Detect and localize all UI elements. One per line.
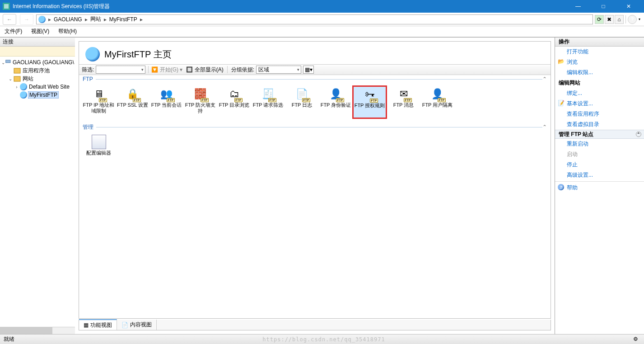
folder-icon — [14, 67, 21, 74]
site-icon — [85, 47, 100, 61]
config-editor-icon — [92, 135, 106, 149]
tree-server-node[interactable]: ⌄ GAOLIANG (GAOLIANG\ — [0, 58, 75, 66]
tree-defaultsite-label: Default Web Site — [28, 84, 70, 90]
stop-icon[interactable]: ✖ — [605, 15, 614, 24]
group-ftp-label: FTP — [83, 76, 93, 82]
ftp-item-icon: 🗝FTP — [363, 87, 377, 102]
ftp-item-1[interactable]: 🔒FTPFTP SSL 设置 — [116, 86, 149, 118]
filter-start[interactable]: 🔽 开始(G) ▾ — [151, 66, 182, 74]
config-editor-item[interactable]: 配置编辑器 — [82, 134, 116, 166]
tree-defaultsite-node[interactable]: › Default Web Site — [0, 83, 75, 91]
action-stop[interactable]: 停止 — [555, 160, 644, 170]
filter-label: 筛选: — [82, 66, 94, 74]
settings-icon: 📝 — [558, 100, 564, 106]
browse-icon: 📂 — [558, 58, 564, 65]
nav-forward-button[interactable]: → — [20, 14, 33, 25]
filter-input[interactable]: ▾ — [96, 66, 145, 74]
view-mode-button[interactable]: ▦▾ — [303, 66, 314, 74]
action-restart[interactable]: 重新启动 — [555, 139, 644, 149]
ftp-item-icon: 🧱FTP — [193, 87, 208, 101]
action-browse[interactable]: 📂浏览 — [555, 57, 644, 67]
tree-apppool-node[interactable]: 应用程序池 — [0, 66, 75, 75]
tab-content-view[interactable]: 📄 内容视图 — [117, 320, 157, 330]
tab-features-view[interactable]: ▦ 功能视图 — [79, 319, 117, 330]
main-frame: MyFirstFTP 主页 筛选: ▾ 🔽 开始(G) ▾ 🔲 全部显示(A) … — [79, 41, 551, 319]
breadcrumb-root[interactable]: GAOLIANG — [54, 16, 82, 23]
expander-icon[interactable]: › — [14, 85, 20, 90]
page-title-area: MyFirstFTP 主页 — [79, 42, 551, 64]
ftp-item-0[interactable]: 🖥FTPFTP IP 地址和域限制 — [82, 86, 116, 118]
collapse-icon[interactable]: ⌃ — [542, 124, 549, 130]
help-icon: ? — [558, 184, 564, 190]
help-icon[interactable]: ? — [628, 15, 637, 24]
help-dropdown-icon[interactable]: ▾ — [638, 17, 641, 21]
status-config-icon[interactable]: ⚙ — [633, 336, 640, 343]
action-bindings[interactable]: 绑定... — [555, 88, 644, 99]
breadcrumb[interactable]: ▸ GAOLIANG ▸ 网站 ▸ MyFirstFTP ▸ — [36, 14, 593, 24]
ftp-item-8[interactable]: 🗝FTPFTP 授权规则 — [353, 86, 387, 118]
ftp-icon-grid: 🖥FTPFTP IP 地址和域限制🔒FTPFTP SSL 设置👥FTPFTP 当… — [79, 83, 551, 123]
statusbar: 就绪 https://blog.csdn.net/qq_35418971 ⚙ — [0, 334, 644, 344]
action-open-feature[interactable]: 打开功能 — [555, 47, 644, 57]
tree-sites-node[interactable]: ⌄ 网站 — [0, 75, 75, 83]
ftp-item-label: FTP 日志 — [291, 102, 313, 108]
collapse-icon[interactable]: ⌃ — [636, 132, 641, 137]
mgmt-icon-grid: 配置编辑器 — [79, 131, 551, 171]
ftp-item-6[interactable]: 📄FTPFTP 日志 — [285, 86, 319, 118]
ftp-item-2[interactable]: 👥FTPFTP 当前会话 — [149, 86, 183, 118]
connections-tree: ⌄ GAOLIANG (GAOLIANG\ 应用程序池 ⌄ 网站 › Defau… — [0, 57, 75, 327]
connections-header: 连接 — [0, 38, 75, 47]
menu-file[interactable]: 文件(F) — [5, 28, 22, 35]
action-edit-permissions[interactable]: 编辑权限... — [555, 67, 644, 78]
ftp-item-3[interactable]: 🧱FTPFTP 防火墙支持 — [183, 86, 217, 118]
nav-back-button[interactable]: ← — [3, 14, 16, 25]
ftp-item-5[interactable]: 🧾FTPFTP 请求筛选 — [251, 86, 285, 118]
group-line — [96, 127, 542, 127]
ftp-item-icon: 🧾FTP — [261, 87, 275, 101]
expander-icon[interactable]: ⌄ — [7, 76, 14, 81]
ftp-item-9[interactable]: ✉FTPFTP 消息 — [387, 86, 420, 118]
tab-features-label: 功能视图 — [90, 321, 112, 329]
ftp-item-7[interactable]: 👤FTPFTP 身份验证 — [319, 86, 353, 118]
horizontal-scrollbar[interactable] — [0, 327, 75, 334]
action-basic-settings[interactable]: 📝基本设置... — [555, 99, 644, 109]
ftp-item-4[interactable]: 🗂FTPFTP 目录浏览 — [217, 86, 251, 118]
ftp-item-icon: 🗂FTP — [227, 87, 242, 101]
groupby-select[interactable]: 区域▾ — [256, 66, 301, 74]
maximize-button[interactable]: □ — [594, 3, 612, 9]
actions-manage-ftp-head: 管理 FTP 站点 ⌃ — [555, 130, 644, 139]
refresh-icon[interactable]: ⟳ — [595, 15, 604, 24]
config-editor-label: 配置编辑器 — [85, 150, 112, 156]
groupby-label: 分组依据: — [231, 66, 254, 74]
expander-icon[interactable]: ⌄ — [1, 60, 5, 65]
ftp-item-icon: 👥FTP — [159, 87, 174, 101]
tab-content-label: 内容视图 — [130, 321, 152, 329]
menu-help[interactable]: 帮助(H) — [58, 28, 77, 35]
globe-icon — [20, 91, 27, 99]
ftp-item-icon: 🖥FTP — [92, 87, 106, 101]
globe-icon — [38, 16, 46, 23]
tree-apppool-label: 应用程序池 — [22, 67, 51, 75]
tree-myftp-node[interactable]: MyFirstFTP — [0, 91, 75, 99]
action-advanced-settings[interactable]: 高级设置... — [555, 170, 644, 180]
features-view-icon: ▦ — [84, 322, 89, 328]
action-help[interactable]: ?帮助 — [555, 183, 644, 193]
ftp-item-10[interactable]: 👤FTPFTP 用户隔离 — [420, 86, 454, 118]
breadcrumb-sites[interactable]: 网站 — [90, 15, 101, 23]
svg-rect-2 — [6, 60, 10, 63]
close-button[interactable]: ✕ — [620, 3, 638, 9]
collapse-icon[interactable]: ⌃ — [542, 76, 549, 82]
filter-showall[interactable]: 🔲 全部显示(A) — [186, 66, 223, 74]
filter-sep — [227, 66, 228, 73]
menu-view[interactable]: 视图(V) — [31, 28, 49, 35]
breadcrumb-leaf[interactable]: MyFirstFTP — [109, 16, 137, 23]
action-view-apps[interactable]: 查看应用程序 — [555, 109, 644, 119]
home-icon[interactable]: ⌂ — [615, 15, 624, 24]
ftp-item-icon: 📄FTP — [295, 87, 309, 101]
connections-toolbar[interactable] — [0, 47, 75, 57]
nav-right-icons: ⟳ ✖ ⌂ ? ▾ — [595, 15, 644, 24]
minimize-button[interactable]: — — [569, 3, 587, 9]
menubar: 文件(F) 视图(V) 帮助(H) — [0, 26, 644, 37]
action-view-vdirs[interactable]: 查看虚拟目录 — [555, 119, 644, 130]
center-pane: MyFirstFTP 主页 筛选: ▾ 🔽 开始(G) ▾ 🔲 全部显示(A) … — [75, 37, 555, 334]
